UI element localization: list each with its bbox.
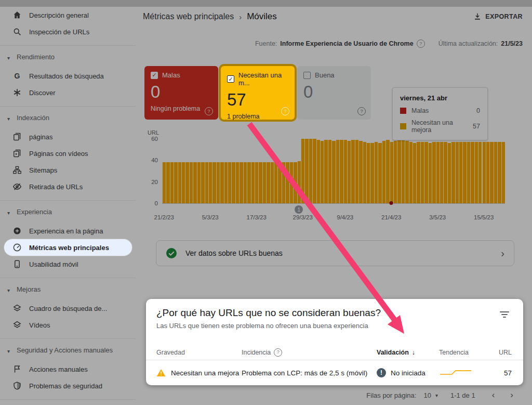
sidebar-item-label: páginas — [29, 133, 53, 141]
sidebar-section-indexaci-n[interactable]: ▾Indexación — [4, 112, 132, 126]
sidebar-item-retirada-urls[interactable]: Retirada de URLs — [4, 178, 132, 195]
sidebar-item-experiencia-pagina[interactable]: Experiencia en la página — [4, 223, 132, 239]
cwv-bar-chart: 1 — [162, 139, 505, 204]
breadcrumb-separator: › — [239, 12, 242, 21]
sidebar-item-label: Discover — [29, 89, 56, 97]
sidebar-item-label: Usabilidad móvil — [29, 260, 78, 268]
checkbox-unchecked-icon[interactable] — [303, 72, 311, 79]
tooltip-date: viernes, 21 abr — [400, 94, 480, 102]
legend-value: 0 — [476, 107, 480, 114]
green-check-icon — [166, 247, 177, 259]
issue-marker[interactable]: 1 — [295, 205, 303, 214]
good-urls-row[interactable]: Ver datos sobre URLs buenas › — [156, 240, 514, 266]
column-incidencia[interactable]: Incidencia ? — [242, 348, 377, 357]
sort-down-icon: ↓ — [412, 349, 415, 356]
column-url[interactable]: URL — [499, 349, 512, 356]
sidebar-item-label: Páginas con vídeos — [29, 150, 88, 158]
column-validacion[interactable]: Validación ↓ — [377, 349, 439, 356]
chevron-right-icon[interactable]: › — [501, 247, 504, 259]
section-label: Experiencia — [17, 207, 52, 217]
top-strip — [0, 0, 532, 7]
layers-icon — [12, 320, 22, 330]
card-label: Buena — [315, 71, 335, 79]
legend-label: Malas — [411, 107, 471, 114]
sidebar-item-usabilidad-movil[interactable]: Usabilidad móvil — [4, 256, 132, 272]
sidebar-item-paginas-con-videos[interactable]: Páginas con vídeos — [4, 145, 132, 162]
issues-panel: ¿Por qué hay URLs que no se consideran b… — [146, 299, 523, 385]
sidebar-item-discover[interactable]: Discover — [4, 84, 132, 101]
url-removal-icon — [12, 182, 22, 191]
help-icon[interactable]: ? — [205, 107, 213, 115]
column-gravedad[interactable]: Gravedad — [156, 349, 242, 356]
sidebar-item-label: Sitemaps — [29, 166, 57, 174]
column-tendencia[interactable]: Tendencia — [439, 349, 497, 356]
checkbox-checked-icon[interactable]: ✓ — [151, 72, 158, 79]
section-label: Rendimiento — [17, 53, 55, 62]
panel-subtitle: Las URLs que tienen este problema no ofr… — [156, 322, 368, 330]
sidebar-item-label: Acciones manuales — [29, 365, 88, 373]
sidebar-item-inspeccion-urls[interactable]: Inspección de URLs — [4, 23, 132, 40]
filter-icon[interactable] — [499, 311, 510, 319]
prev-page-button[interactable]: ‹ — [488, 390, 499, 400]
sidebar-item-problemas-seguridad[interactable]: Problemas de seguridad — [4, 377, 132, 394]
help-icon[interactable]: ? — [274, 348, 282, 357]
card-buena[interactable]: Buena 0 ? — [297, 66, 371, 120]
pages-icon — [12, 132, 22, 141]
sidebar-item-label: Descripción general — [29, 11, 89, 19]
page-experience-icon — [12, 226, 22, 236]
breadcrumb: Métricas web principales › Móviles — [143, 11, 277, 22]
legend-value: 57 — [473, 123, 480, 130]
sidebar: Descripción generalInspección de URLs▾Re… — [0, 7, 136, 405]
source-value: Informe Experiencia de Usuario de Chrome — [280, 40, 413, 47]
rows-per-page-select[interactable]: 10 ▾ — [423, 391, 438, 399]
card-malas[interactable]: ✓ Malas 0 Ningún problema ? — [144, 66, 218, 120]
card-subtext: Ningún problema — [151, 105, 212, 112]
export-button[interactable]: EXPORTAR — [473, 12, 523, 21]
svg-text:G: G — [15, 72, 20, 80]
flag-icon — [12, 364, 22, 374]
legend-label: Necesitan una mejora — [411, 119, 468, 134]
report-meta: Fuente: Informe Experiencia de Usuario d… — [255, 40, 523, 48]
breadcrumb-parent[interactable]: Métricas web principales — [143, 12, 234, 21]
next-page-button[interactable]: › — [506, 390, 517, 400]
sidebar-item-descripcion-general[interactable]: Descripción general — [4, 7, 132, 23]
sidebar-item-label: Inspección de URLs — [29, 28, 89, 36]
core-web-vitals-icon — [12, 243, 22, 252]
sidebar-section-seguridad-y-acciones-manuales[interactable]: ▾Seguridad y Acciones manuales — [4, 344, 132, 359]
caret-down-icon: ▾ — [7, 53, 12, 63]
discover-icon — [12, 88, 22, 97]
sidebar-item-label: Resultados de búsqueda — [29, 72, 104, 80]
help-icon[interactable]: ? — [417, 40, 425, 48]
section-label: Seguridad y Acciones manuales — [17, 346, 113, 355]
layers-icon — [12, 304, 22, 313]
issue-row[interactable]: Necesitan una mejora Problema con LCP: m… — [146, 360, 523, 385]
sidebar-item-cuadro-busqueda[interactable]: Cuadro de búsqueda de... — [4, 300, 132, 317]
help-icon[interactable]: ? — [281, 107, 289, 115]
pagination: Filas por página: 10 ▾ 1-1 de 1 ‹ › — [366, 390, 517, 400]
sidebar-item-metricas-web-principales[interactable]: Métricas web principales — [4, 239, 132, 256]
sidebar-item-resultados-busqueda[interactable]: GResultados de búsqueda — [4, 68, 132, 84]
issue-severity: Necesitan una mejora — [171, 369, 239, 377]
sidebar-item-sitemaps[interactable]: Sitemaps — [4, 162, 132, 178]
caret-down-icon: ▾ — [7, 285, 12, 295]
y-axis-label: URL — [148, 129, 159, 136]
sidebar-item-acciones-manuales[interactable]: Acciones manuales — [4, 361, 132, 377]
help-icon[interactable]: ? — [357, 107, 366, 115]
panel-title: ¿Por qué hay URLs que no se consideran b… — [156, 307, 381, 319]
sidebar-section-rendimiento[interactable]: ▾Rendimiento — [4, 51, 132, 66]
search-console-page: Descripción generalInspección de URLs▾Re… — [0, 0, 532, 405]
mobile-usability-icon — [12, 259, 22, 269]
card-value: 0 — [151, 82, 212, 102]
status-cards: ✓ Malas 0 Ningún problema ? ✓ Necesitan … — [144, 66, 371, 120]
sidebar-item-videos[interactable]: Vídeos — [4, 317, 132, 333]
sidebar-item-paginas[interactable]: páginas — [4, 128, 132, 145]
chart-tooltip: viernes, 21 abr Malas 0 Necesitan una me… — [392, 87, 488, 140]
card-necesitan-mejora[interactable]: ✓ Necesitan una m... 57 1 problema ? — [221, 66, 295, 120]
legend-swatch-mejora — [400, 123, 406, 129]
card-label: Malas — [162, 71, 180, 79]
sidebar-section-experiencia[interactable]: ▾Experiencia — [4, 206, 132, 220]
checkbox-checked-icon[interactable]: ✓ — [227, 75, 234, 83]
rows-per-page-label: Filas por página: — [366, 391, 416, 399]
sidebar-section-mejoras[interactable]: ▾Mejoras — [4, 283, 132, 298]
validation-status: No iniciada — [391, 369, 425, 377]
